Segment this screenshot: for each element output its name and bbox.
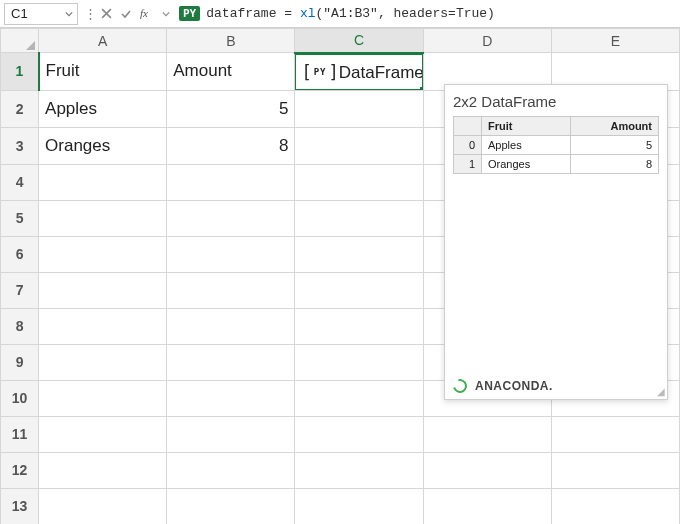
row-header[interactable]: 9 (1, 344, 39, 380)
cell-a3[interactable]: Oranges (39, 127, 167, 164)
cell[interactable] (39, 488, 167, 524)
cell[interactable] (167, 380, 295, 416)
cell-reference: C1 (11, 6, 28, 21)
cell[interactable] (167, 236, 295, 272)
cell[interactable] (39, 452, 167, 488)
cell[interactable] (295, 272, 423, 308)
cell[interactable] (167, 200, 295, 236)
formula-input[interactable]: dataframe = xl("A1:B3", headers=True) (206, 6, 495, 21)
cell[interactable] (551, 452, 679, 488)
cell-a2[interactable]: Apples (39, 90, 167, 127)
row-header[interactable]: 12 (1, 452, 39, 488)
python-inline-icon: [PY] (301, 54, 338, 90)
cell[interactable] (167, 272, 295, 308)
mini-index-header (454, 117, 482, 136)
python-badge: PY (179, 6, 200, 21)
row-header[interactable]: 8 (1, 308, 39, 344)
row-header[interactable]: 13 (1, 488, 39, 524)
formula-bar: C1 ⋮ fx PY dataframe = xl("A1:B3", heade… (0, 0, 680, 28)
dataframe-preview-table: Fruit Amount 0 Apples 5 1 Oranges 8 (453, 116, 659, 174)
row-header[interactable]: 6 (1, 236, 39, 272)
cell[interactable] (295, 164, 423, 200)
cell[interactable] (551, 416, 679, 452)
formula-text-args: ("A1:B3", headers=True) (315, 6, 494, 21)
cell-a1[interactable]: Fruit (39, 53, 167, 91)
row-header[interactable]: 4 (1, 164, 39, 200)
row-header[interactable]: 7 (1, 272, 39, 308)
cell[interactable] (295, 380, 423, 416)
cell-b3[interactable]: 8 (167, 127, 295, 164)
formula-text-prefix: dataframe = (206, 6, 300, 21)
cell[interactable] (39, 380, 167, 416)
mini-col-header: Fruit (482, 117, 571, 136)
cell-c1-text: DataFrame (339, 63, 423, 82)
cell[interactable] (167, 452, 295, 488)
column-header-a[interactable]: A (39, 29, 167, 53)
insert-function-icon[interactable]: fx (139, 7, 153, 21)
cell[interactable] (39, 308, 167, 344)
card-title: 2x2 DataFrame (453, 93, 659, 110)
cell[interactable] (39, 272, 167, 308)
cell-b1[interactable]: Amount (167, 53, 295, 91)
cell-b2[interactable]: 5 (167, 90, 295, 127)
cell[interactable] (551, 488, 679, 524)
column-header-e[interactable]: E (551, 29, 679, 53)
chevron-down-icon[interactable] (65, 10, 73, 18)
cell[interactable] (295, 90, 423, 127)
cell[interactable] (295, 127, 423, 164)
formula-text-fn: xl (300, 6, 316, 21)
cancel-icon[interactable] (99, 7, 113, 21)
mini-row: 1 Oranges 8 (454, 155, 659, 174)
column-header-c[interactable]: C (295, 29, 423, 53)
cell[interactable] (295, 236, 423, 272)
cell[interactable] (423, 488, 551, 524)
column-header-d[interactable]: D (423, 29, 551, 53)
cell[interactable] (39, 416, 167, 452)
column-header-b[interactable]: B (167, 29, 295, 53)
cell[interactable] (295, 344, 423, 380)
chevron-down-icon[interactable] (159, 7, 173, 21)
cell[interactable] (167, 416, 295, 452)
enter-check-icon[interactable] (119, 7, 133, 21)
cell[interactable] (167, 344, 295, 380)
separator-icon: ⋮ (84, 6, 97, 21)
dataframe-preview-card: 2x2 DataFrame Fruit Amount 0 Apples 5 1 … (444, 84, 668, 400)
row-header[interactable]: 2 (1, 90, 39, 127)
cell[interactable] (295, 452, 423, 488)
svg-text:fx: fx (140, 7, 148, 19)
anaconda-icon (450, 376, 469, 395)
cell[interactable] (167, 308, 295, 344)
row-header[interactable]: 5 (1, 200, 39, 236)
select-all-corner[interactable] (1, 29, 39, 53)
cell[interactable] (295, 488, 423, 524)
cell[interactable] (167, 164, 295, 200)
name-box[interactable]: C1 (4, 3, 78, 25)
cell[interactable] (295, 416, 423, 452)
cell[interactable] (39, 344, 167, 380)
card-footer: ANACONDA. (453, 379, 659, 393)
row-header[interactable]: 11 (1, 416, 39, 452)
cell[interactable] (295, 308, 423, 344)
cell[interactable] (423, 452, 551, 488)
cell-c1[interactable]: [PY] DataFrame (295, 53, 423, 91)
cell[interactable] (39, 200, 167, 236)
cell[interactable] (295, 200, 423, 236)
cell[interactable] (39, 236, 167, 272)
cell[interactable] (39, 164, 167, 200)
cell[interactable] (423, 416, 551, 452)
resize-handle-icon[interactable]: ◢ (657, 386, 665, 397)
anaconda-label: ANACONDA. (475, 379, 553, 393)
row-header[interactable]: 10 (1, 380, 39, 416)
row-header[interactable]: 3 (1, 127, 39, 164)
row-header[interactable]: 1 (1, 53, 39, 91)
spreadsheet-grid[interactable]: A B C D E 1 Fruit Amount [PY] DataFrame (0, 28, 680, 524)
mini-col-header: Amount (571, 117, 659, 136)
mini-row: 0 Apples 5 (454, 136, 659, 155)
cell[interactable] (167, 488, 295, 524)
